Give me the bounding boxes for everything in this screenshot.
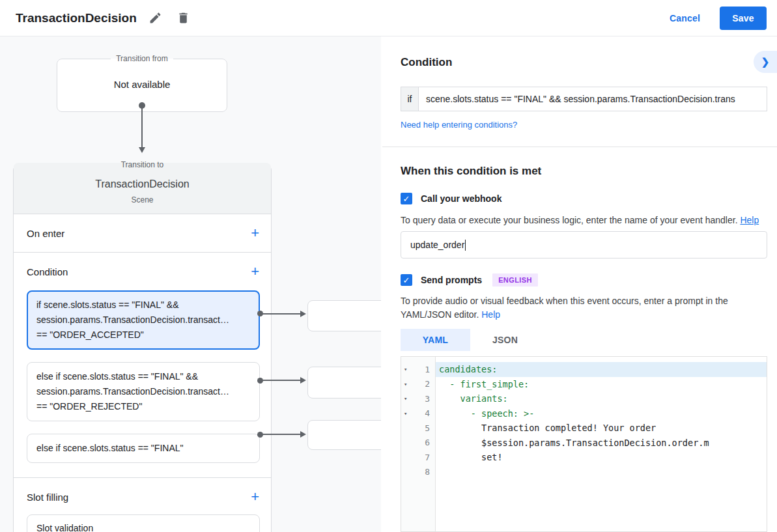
webhook-name-input[interactable]: update_order — [401, 231, 767, 259]
flow-canvas: Transition from Not available Transition… — [0, 36, 381, 532]
slot-validation-label: Slot validation — [36, 523, 93, 532]
code-line: $session.params.TransactionDecision.orde… — [436, 436, 767, 451]
webhook-description-text: To query data or execute your business l… — [401, 215, 738, 225]
line-number: 8 — [425, 467, 430, 477]
connector-arrowhead — [300, 431, 306, 438]
webhook-name-value: update_order — [410, 240, 464, 250]
delete-scene-button[interactable] — [174, 8, 193, 27]
plus-icon: + — [251, 225, 259, 241]
prompts-help-link[interactable]: Help — [481, 309, 500, 320]
language-badge: ENGLISH — [492, 273, 538, 287]
slot-filling-section-head: Slot filling + — [14, 478, 271, 511]
collapse-panel-button[interactable]: ❯ — [754, 51, 777, 73]
panel-title: Condition — [401, 56, 452, 69]
line-number: 6 — [425, 438, 430, 447]
transition-from-value: Not available — [57, 79, 227, 90]
yaml-key: candidates: — [439, 364, 497, 374]
send-prompts-label: Send prompts — [421, 275, 482, 285]
edit-title-button[interactable] — [146, 8, 165, 27]
yaml-text: set! — [439, 452, 503, 462]
condition-expression-input[interactable] — [418, 87, 767, 111]
transition-to-label: Transition to — [116, 160, 169, 169]
webhook-description: To query data or execute your business l… — [401, 214, 767, 227]
slot-filling-label: Slot filling — [27, 492, 68, 503]
webhook-checkbox-row: ✓ Call your webhook — [401, 193, 502, 204]
on-enter-label: On enter — [27, 228, 64, 239]
scene-header: TransactionDecision Scene — [14, 163, 271, 214]
target-node[interactable] — [307, 420, 381, 450]
webhook-help-link[interactable]: Help — [740, 215, 759, 225]
webhook-checkbox[interactable]: ✓ — [401, 193, 412, 204]
condition-item-rejected[interactable]: else if scene.slots.status == "FINAL" &&… — [27, 362, 260, 421]
condition-section: Condition + if scene.slots.status == "FI… — [14, 253, 271, 478]
conditions-help-link[interactable]: Need help entering conditions? — [401, 120, 517, 130]
condition-expression-group: if — [401, 87, 767, 111]
gutter-row: 5 — [401, 421, 435, 436]
condition-item-final[interactable]: else if scene.slots.status == "FINAL" — [27, 434, 260, 463]
webhook-label: Call your webhook — [421, 193, 502, 204]
prompts-description: To provide audio or visual feedback when… — [401, 294, 767, 322]
code-line: - speech: >- — [436, 406, 767, 421]
gutter-row: ▾1 — [401, 362, 435, 377]
tab-yaml[interactable]: YAML — [401, 329, 470, 351]
line-number: 2 — [425, 379, 430, 389]
add-condition-button[interactable]: + — [251, 266, 259, 277]
yaml-editor[interactable]: ▾1 ▾2 ▾3 ▾4 5 6 7 8 candidates: - first_… — [401, 356, 767, 532]
code-line: - first_simple: — [436, 377, 767, 392]
send-prompts-checkbox[interactable]: ✓ — [401, 274, 412, 286]
fold-arrow-icon[interactable]: ▾ — [404, 410, 407, 417]
yaml-text: $session.params.TransactionDecision.orde… — [439, 438, 709, 448]
chevron-right-icon: ❯ — [761, 56, 770, 68]
send-prompts-checkbox-row: ✓ Send prompts ENGLISH — [401, 273, 538, 287]
connector-line — [141, 107, 143, 148]
on-enter-row[interactable]: On enter + — [14, 214, 271, 253]
text-caret — [465, 240, 466, 251]
gutter-row: ▾4 — [401, 406, 435, 421]
line-number: 4 — [425, 408, 430, 418]
when-condition-met-title: When this condition is met — [401, 165, 541, 178]
gutter-row: 7 — [401, 450, 435, 465]
connector-arrowhead — [300, 311, 306, 317]
connector-line — [261, 313, 301, 315]
scene-type-label: Scene — [20, 195, 264, 204]
if-prefix: if — [401, 87, 418, 111]
fold-arrow-icon[interactable]: ▾ — [404, 381, 407, 387]
target-node[interactable] — [307, 367, 381, 399]
connector-line — [261, 434, 301, 435]
condition-text: == "ORDER_REJECTED" — [36, 399, 250, 414]
add-on-enter-button[interactable]: + — [251, 227, 259, 239]
condition-text: session.params.TransactionDecision.trans… — [36, 384, 250, 399]
yaml-text: Transaction completed! Your order — [439, 423, 656, 433]
page-title: TransactionDecision — [16, 11, 137, 25]
add-slot-button[interactable]: + — [251, 491, 259, 503]
condition-text: if scene.slots.status == "FINAL" && — [36, 298, 250, 313]
slot-validation-item[interactable]: Slot validation — [27, 514, 260, 532]
trash-icon — [177, 11, 190, 25]
fold-arrow-icon[interactable]: ▾ — [404, 366, 407, 372]
code-line: variants: — [436, 391, 767, 406]
condition-text: else if scene.slots.status == "FINAL" && — [36, 369, 250, 384]
yaml-key: variants: — [439, 393, 508, 404]
check-icon: ✓ — [403, 194, 410, 204]
save-button[interactable]: Save — [720, 7, 767, 30]
line-number: 3 — [425, 394, 430, 404]
pencil-icon — [148, 11, 162, 25]
cancel-button[interactable]: Cancel — [670, 13, 700, 23]
target-node[interactable] — [307, 300, 381, 331]
fold-arrow-icon[interactable]: ▾ — [404, 395, 407, 402]
tab-json[interactable]: JSON — [470, 329, 540, 351]
condition-section-label: Condition — [27, 266, 68, 277]
editor-code-area[interactable]: candidates: - first_simple: variants: - … — [436, 357, 767, 531]
connector-arrowhead — [139, 147, 145, 153]
condition-item-accepted[interactable]: if scene.slots.status == "FINAL" && sess… — [27, 290, 260, 350]
connector-line — [261, 380, 301, 381]
scene-card: Transition to TransactionDecision Scene … — [13, 160, 272, 532]
transition-from-label: Transition from — [111, 54, 173, 63]
divider — [382, 147, 777, 147]
line-number: 5 — [425, 423, 430, 433]
editor-format-tabs: YAML JSON — [401, 329, 540, 351]
condition-text: session.params.TransactionDecision.trans… — [36, 313, 250, 328]
editor-gutter: ▾1 ▾2 ▾3 ▾4 5 6 7 8 — [401, 357, 436, 531]
yaml-key: - first_simple: — [439, 379, 529, 389]
code-line: set! — [436, 450, 767, 465]
